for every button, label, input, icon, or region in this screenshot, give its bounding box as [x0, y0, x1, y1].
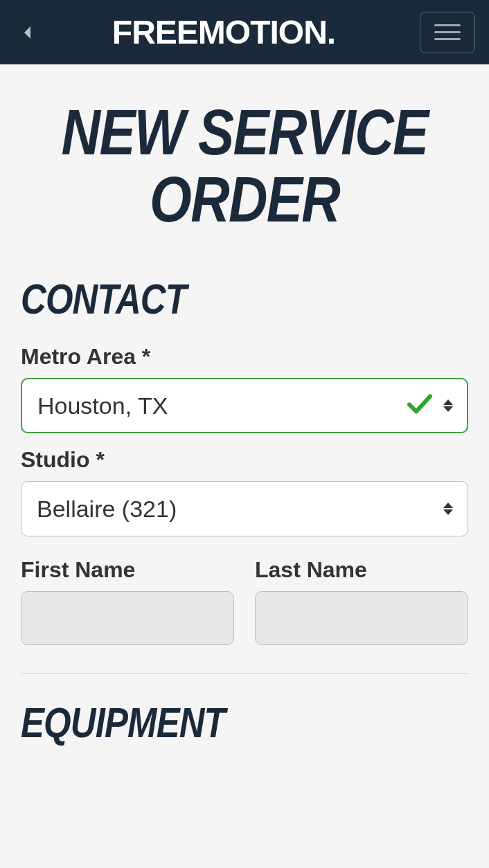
metro-area-select[interactable]: Houston, TX: [21, 378, 468, 433]
first-name-input[interactable]: [21, 591, 234, 645]
main-content: NEW SERVICE ORDER CONTACT Metro Area * H…: [0, 99, 489, 747]
equipment-heading: EQUIPMENT: [21, 698, 388, 747]
last-name-group: Last Name: [255, 557, 468, 645]
studio-group: Studio * Bellaire (321): [21, 447, 468, 536]
studio-select[interactable]: Bellaire (321): [21, 481, 468, 536]
first-name-label: First Name: [21, 557, 234, 583]
first-name-group: First Name: [21, 557, 234, 645]
section-divider: [21, 673, 468, 673]
menu-button[interactable]: [420, 12, 475, 53]
logo-text: FREEMOTION.: [28, 13, 420, 51]
page-title: NEW SERVICE ORDER: [54, 99, 434, 233]
metro-area-group: Metro Area * Houston, TX: [21, 344, 468, 433]
name-row: First Name Last Name: [21, 557, 468, 645]
metro-area-select-wrapper: Houston, TX: [21, 378, 468, 433]
contact-heading: CONTACT: [21, 274, 388, 323]
navbar: FREEMOTION.: [0, 0, 489, 64]
last-name-label: Last Name: [255, 557, 468, 583]
studio-label: Studio *: [21, 447, 468, 473]
studio-select-wrapper: Bellaire (321): [21, 481, 468, 536]
hamburger-icon: [434, 24, 461, 26]
last-name-input[interactable]: [255, 591, 468, 645]
metro-area-label: Metro Area *: [21, 344, 468, 370]
